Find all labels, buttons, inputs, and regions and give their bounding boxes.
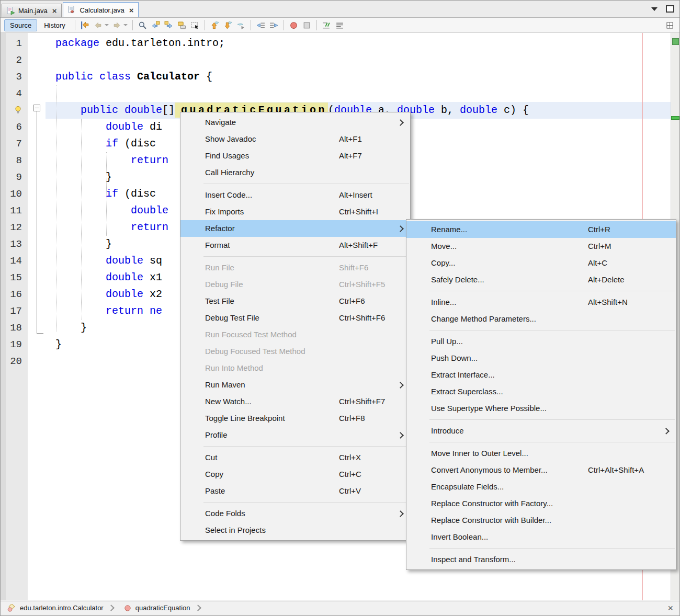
breadcrumb-method[interactable]: quadraticEquation xyxy=(135,604,190,612)
introduce-menu-item[interactable]: Introduce xyxy=(406,423,676,439)
line-number-5[interactable] xyxy=(1,102,28,119)
rename-menu-item[interactable]: Rename...Ctrl+R xyxy=(406,221,676,238)
replace-constructor-with-builder-menu-item[interactable]: Replace Constructor with Builder... xyxy=(406,512,676,529)
code-line-4[interactable] xyxy=(28,85,671,102)
rectangular-selection-icon[interactable] xyxy=(189,19,201,31)
tab-main-java[interactable]: Main.java × xyxy=(2,4,62,17)
encapsulate-fields-menu-item[interactable]: Encapsulate Fields... xyxy=(406,478,676,495)
safely-delete-menu-item[interactable]: Safely Delete...Alt+Delete xyxy=(406,271,676,288)
file-status-ok-icon[interactable] xyxy=(672,38,679,45)
line-number-3[interactable]: 3 xyxy=(1,69,28,85)
code-segment xyxy=(55,288,106,300)
comment-icon[interactable] xyxy=(321,19,333,31)
move-inner-to-outer-level-menu-item[interactable]: Move Inner to Outer Level... xyxy=(406,445,676,462)
invert-boolean-menu-item[interactable]: Invert Boolean... xyxy=(406,529,676,545)
tab-close-icon[interactable]: × xyxy=(129,6,134,14)
code-folds-menu-item[interactable]: Code Folds xyxy=(180,505,410,522)
line-number-2[interactable]: 2 xyxy=(1,52,28,69)
tab-calculator-java[interactable]: Calculator.java × xyxy=(63,2,139,17)
code-line-2[interactable] xyxy=(28,52,671,69)
line-number-14[interactable]: 14 xyxy=(1,253,28,269)
line-number-20[interactable]: 20 xyxy=(1,353,28,370)
inspect-and-transform-menu-item[interactable]: Inspect and Transform... xyxy=(406,551,676,568)
new-watch-menu-item[interactable]: New Watch...Ctrl+Shift+F7 xyxy=(180,393,410,410)
select-in-projects-menu-item[interactable]: Select in Projects xyxy=(180,522,410,539)
line-number-8[interactable]: 8 xyxy=(1,152,28,169)
extract-superclass-menu-item[interactable]: Extract Superclass... xyxy=(406,383,676,400)
stop-macro-recording-icon[interactable] xyxy=(301,19,313,31)
toggle-line-breakpoint-menu-item[interactable]: Toggle Line BreakpointCtrl+F8 xyxy=(180,410,410,427)
line-number-13[interactable]: 13 xyxy=(1,236,28,253)
replace-constructor-with-factory-menu-item[interactable]: Replace Constructor with Factory... xyxy=(406,495,676,512)
line-number-12[interactable]: 12 xyxy=(1,219,28,236)
code-line-1[interactable]: package edu.tarleton.intro; xyxy=(28,35,671,52)
line-number-1[interactable]: 1 xyxy=(1,35,28,52)
extract-interface-menu-item[interactable]: Extract Interface... xyxy=(406,367,676,383)
occurrence-stripe-mark[interactable] xyxy=(671,116,679,120)
line-number-18[interactable]: 18 xyxy=(1,320,28,336)
line-number-17[interactable]: 17 xyxy=(1,303,28,320)
navigate-menu-item[interactable]: Navigate xyxy=(180,114,410,131)
tab-close-icon[interactable]: × xyxy=(52,7,57,15)
test-file-menu-item[interactable]: Test FileCtrl+F6 xyxy=(180,293,410,310)
inline-menu-item[interactable]: Inline...Alt+Shift+N xyxy=(406,294,676,311)
history-view-button[interactable]: History xyxy=(38,19,71,31)
start-macro-recording-icon[interactable] xyxy=(288,19,300,31)
code-segment: double xyxy=(106,271,143,283)
run-maven-menu-item[interactable]: Run Maven xyxy=(180,377,410,393)
insert-code-menu-item[interactable]: Insert Code...Alt+Insert xyxy=(180,187,410,203)
tab-list-dropdown-icon[interactable] xyxy=(651,7,658,11)
toggle-highlight-search-icon[interactable] xyxy=(176,19,188,31)
move-menu-item[interactable]: Move...Ctrl+M xyxy=(406,238,676,255)
next-bookmark-icon[interactable] xyxy=(222,19,234,31)
shift-line-right-icon[interactable] xyxy=(268,19,280,31)
fix-imports-menu-item[interactable]: Fix ImportsCtrl+Shift+I xyxy=(180,203,410,220)
line-number-15[interactable]: 15 xyxy=(1,269,28,286)
show-javadoc-menu-item[interactable]: Show JavadocAlt+F1 xyxy=(180,131,410,147)
shift-line-left-icon[interactable] xyxy=(255,19,267,31)
line-number-9[interactable]: 9 xyxy=(1,169,28,186)
copy-menu-item[interactable]: CopyCtrl+C xyxy=(180,466,410,483)
push-down-menu-item[interactable]: Push Down... xyxy=(406,350,676,367)
split-window-icon[interactable] xyxy=(664,19,676,31)
breadcrumb-close-icon[interactable]: × xyxy=(667,603,673,613)
previous-bookmark-icon[interactable] xyxy=(209,19,221,31)
convert-anonymous-to-member-menu-item[interactable]: Convert Anonymous to Member...Ctrl+Alt+S… xyxy=(406,462,676,478)
use-supertype-where-possible-menu-item[interactable]: Use Supertype Where Possible... xyxy=(406,400,676,417)
line-number-4[interactable]: 4 xyxy=(1,85,28,102)
menu-item-label: Move... xyxy=(431,242,457,250)
cut-menu-item[interactable]: CutCtrl+X xyxy=(180,449,410,466)
call-hierarchy-menu-item[interactable]: Call Hierarchy xyxy=(180,164,410,181)
profile-menu-item[interactable]: Profile xyxy=(180,427,410,443)
line-number-gutter[interactable]: 1234 67891011121314151617181920 xyxy=(1,33,28,600)
editor-toolbar: Source History xyxy=(1,18,679,33)
line-number-16[interactable]: 16 xyxy=(1,286,28,303)
find-next-occurrence-icon[interactable] xyxy=(163,19,175,31)
code-line-3[interactable]: public class Calculator { xyxy=(28,69,671,85)
find-selection-icon[interactable] xyxy=(137,19,149,31)
paste-menu-item[interactable]: PasteCtrl+V xyxy=(180,483,410,499)
last-edit-location-icon[interactable] xyxy=(79,19,91,31)
menu-item-label: Profile xyxy=(205,430,228,439)
uncomment-icon[interactable] xyxy=(334,19,346,31)
format-menu-item[interactable]: FormatAlt+Shift+F xyxy=(180,237,410,254)
line-number-6[interactable]: 6 xyxy=(1,119,28,135)
refactor-menu-item[interactable]: Refactor xyxy=(180,220,410,237)
menu-item-shortcut: Ctrl+Shift+F5 xyxy=(339,276,385,293)
line-number-10[interactable]: 10 xyxy=(1,186,28,202)
line-number-19[interactable]: 19 xyxy=(1,336,28,353)
maximize-window-icon[interactable] xyxy=(666,5,674,13)
pull-up-menu-item[interactable]: Pull Up... xyxy=(406,333,676,350)
breadcrumb-class[interactable]: edu.tarleton.intro.Calculator xyxy=(20,604,104,612)
line-number-7[interactable]: 7 xyxy=(1,135,28,152)
breadcrumb-chevron-icon[interactable] xyxy=(108,604,115,611)
debug-test-file-menu-item[interactable]: Debug Test FileCtrl+Shift+F6 xyxy=(180,310,410,326)
find-previous-occurrence-icon[interactable] xyxy=(150,19,162,31)
breadcrumb-chevron-icon[interactable] xyxy=(195,604,201,611)
find-usages-menu-item[interactable]: Find UsagesAlt+F7 xyxy=(180,147,410,164)
line-number-11[interactable]: 11 xyxy=(1,202,28,219)
source-view-button[interactable]: Source xyxy=(4,19,37,31)
change-method-parameters-menu-item[interactable]: Change Method Parameters... xyxy=(406,311,676,327)
toggle-bookmark-icon[interactable] xyxy=(235,19,247,31)
copy-menu-item[interactable]: Copy...Alt+C xyxy=(406,255,676,271)
